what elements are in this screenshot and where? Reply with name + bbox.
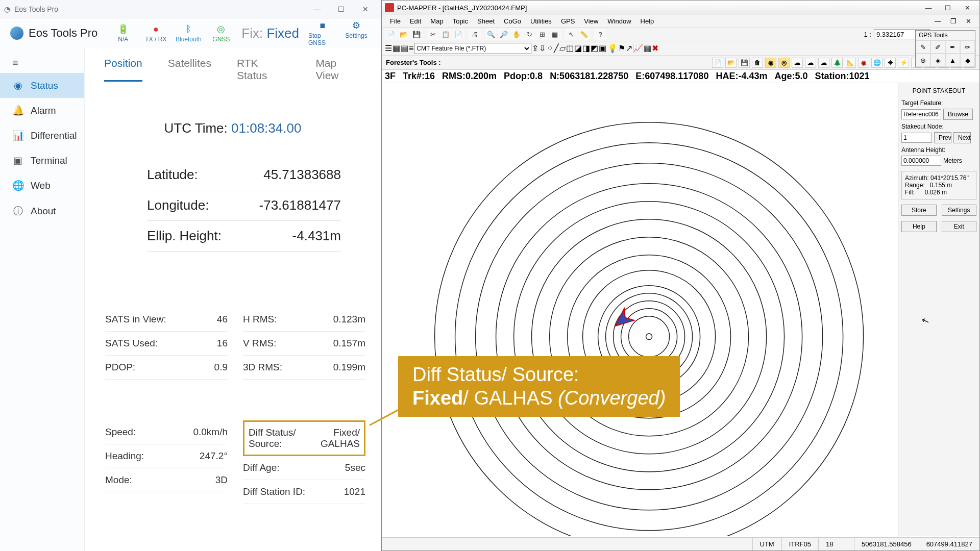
menu-edit[interactable]: Edit [406,16,425,26]
arrow-icon[interactable]: ↗ [626,43,632,53]
battery-indicator[interactable]: 🔋N/A [109,23,137,43]
save-icon[interactable]: 💾 [410,29,423,40]
tab-map-view[interactable]: Map View [315,57,361,82]
tool-c-icon[interactable]: ◨ [582,43,590,53]
menu-view[interactable]: View [580,16,602,26]
gnss-indicator[interactable]: ◎GNSS [207,23,235,43]
open-icon[interactable]: 📂 [398,29,410,40]
next-button[interactable]: Next [953,132,971,143]
pan-icon[interactable]: ✋ [510,29,523,40]
new-icon[interactable]: 📄 [385,29,397,40]
ft-meas-icon[interactable]: 📐 [845,58,856,68]
maximize-button[interactable]: ☐ [330,2,353,17]
ft-new-icon[interactable]: 📄 [712,58,723,68]
ft-cloud1-icon[interactable]: ☁ [792,58,803,68]
line-tool-icon[interactable]: ╱ [554,43,559,53]
help-button[interactable]: Help [901,221,937,232]
ft-bolt-icon[interactable]: ⚡ [898,58,909,68]
ft-sun-icon[interactable]: ☀ [885,58,896,68]
browse-button[interactable]: Browse [943,109,973,120]
exit-button[interactable]: Exit [942,221,977,232]
chart-icon[interactable]: 📈 [633,43,643,53]
nav-differential[interactable]: 📊Differential [0,123,84,148]
points-icon[interactable]: ⁘ [547,43,553,53]
stop-gnss-button[interactable]: ■Stop GNSS [308,20,337,46]
settings-button[interactable]: ⚙Settings [342,20,371,46]
tab-position[interactable]: Position [104,57,142,82]
extent-icon[interactable]: ⊞ [536,29,548,40]
ft-yellow2-icon[interactable]: ◎ [778,58,790,68]
refresh-icon[interactable]: ↻ [523,29,535,40]
tool-a-icon[interactable]: ◫ [566,43,574,53]
gps-tool-2-icon[interactable]: ✐ [930,40,945,54]
mdi-minimize[interactable]: — [930,16,945,26]
area-tool-icon[interactable]: ▱ [559,43,566,53]
nav-status[interactable]: ◉Status [0,73,84,98]
mdi-close[interactable]: ✕ [962,16,975,26]
ft-red-icon[interactable]: ◉ [858,58,869,68]
select-icon[interactable]: ↖ [565,29,577,40]
gps-tool-6-icon[interactable]: ◈ [930,54,945,67]
pcm-maximize-button[interactable]: ☐ [939,2,957,13]
ft-tree-icon[interactable]: 🌲 [831,58,843,68]
bulb-icon[interactable]: 💡 [607,43,618,53]
tab-rtk-status[interactable]: RTK Status [237,57,290,82]
txrx-indicator[interactable]: ●TX / RX [141,23,170,43]
ft-open-icon[interactable]: 📂 [725,58,737,68]
paste-icon[interactable]: 📄 [452,29,464,40]
ft-globe-icon[interactable]: 🌐 [871,58,883,68]
gps-tool-8-icon[interactable]: ◆ [960,54,975,67]
table-icon[interactable]: ▦ [393,43,400,53]
copy-icon[interactable]: 📋 [439,29,452,40]
minimize-button[interactable]: — [306,2,329,17]
cut-icon[interactable]: ✂ [427,29,439,40]
zoom-out-icon[interactable]: 🔎 [498,29,510,40]
list-icon[interactable]: ☰ [385,43,392,53]
feature-file-select[interactable]: CMT Feature File (*.FTR) [414,43,531,54]
menu-help[interactable]: Help [636,16,658,26]
menu-cogo[interactable]: CoGo [500,16,525,26]
export-icon[interactable]: ⇪ [532,43,538,53]
import-icon[interactable]: ⇩ [539,43,546,53]
gps-tool-4-icon[interactable]: ✏ [960,40,975,54]
gps-tool-1-icon[interactable]: ✎ [916,40,930,54]
gps-tool-3-icon[interactable]: ✒ [945,40,960,54]
pcm-minimize-button[interactable]: — [919,2,938,13]
map-canvas[interactable] [382,83,898,536]
prev-button[interactable]: Prev [934,132,951,143]
gps-tools-palette[interactable]: GPS Tools ✎✐✒✏ ⊕◈▲◆ [915,30,975,67]
tab-satellites[interactable]: Satellites [168,57,211,82]
menu-gps[interactable]: GPS [557,16,579,26]
menu-file[interactable]: File [386,16,405,26]
nav-alarm[interactable]: 🔔Alarm [0,98,84,123]
hamburger-button[interactable]: ≡ [0,53,84,73]
menu-map[interactable]: Map [426,16,447,26]
ft-save-icon[interactable]: 💾 [739,58,750,68]
help-icon[interactable]: ? [594,29,606,40]
grid-icon[interactable]: ▦ [549,29,561,40]
poly-icon[interactable]: ✖ [652,43,658,53]
ft-yellow1-icon[interactable]: ◉ [765,58,776,68]
measure-icon[interactable]: 📏 [578,29,590,40]
nav-terminal[interactable]: ▣Terminal [0,148,84,173]
ft-cloud3-icon[interactable]: ☁ [818,58,829,68]
sheet-icon[interactable]: ▤ [401,43,408,53]
bluetooth-indicator[interactable]: ᛒBluetooth [174,23,203,43]
gps-tool-7-icon[interactable]: ▲ [945,54,960,67]
menu-utilities[interactable]: Utilities [526,16,556,26]
rows-icon[interactable]: ≡ [409,44,413,53]
zoom-in-icon[interactable]: 🔍 [485,29,497,40]
menu-sheet[interactable]: Sheet [473,16,499,26]
table2-icon[interactable]: ▦ [644,43,651,53]
store-button[interactable]: Store [901,205,937,216]
nav-web[interactable]: 🌐Web [0,173,84,198]
print-icon[interactable]: 🖨 [469,29,481,40]
stakeout-node-input[interactable] [901,133,932,143]
stakeout-settings-button[interactable]: Settings [942,205,977,216]
tool-e-icon[interactable]: ▣ [599,43,606,53]
tool-b-icon[interactable]: ◪ [574,43,582,53]
menu-topic[interactable]: Topic [449,16,472,26]
mdi-restore[interactable]: ❐ [946,16,961,26]
antenna-height-input[interactable] [901,156,941,166]
target-feature-input[interactable] [901,109,941,119]
